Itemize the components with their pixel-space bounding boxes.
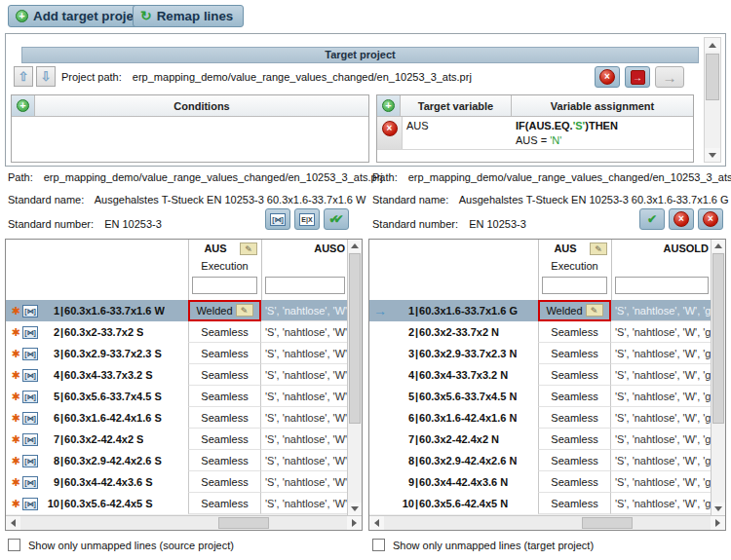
execution-cell[interactable]: Seamless — [188, 471, 261, 493]
table-row[interactable]: 3|60.3x2.9-33.7x2.3 N Seamless 'S', 'nah… — [369, 343, 711, 364]
execution-value: Seamless — [551, 412, 597, 424]
eix-view-button[interactable]: E|X — [294, 208, 320, 230]
remap-lines-button[interactable]: ↻ Remap lines — [133, 5, 244, 27]
show-unmapped-target-checkbox[interactable] — [372, 539, 385, 551]
target-path-value: erp_mapping_demo/value_range_values_chan… — [408, 171, 731, 183]
execution-cell-highlighted[interactable]: Welded✎ — [538, 300, 611, 321]
table-row[interactable]: ✱[⋈]8|60.3x2.9-42.4x2.6 S Seamless 'S', … — [6, 450, 347, 471]
execution-cell[interactable]: Seamless — [538, 407, 611, 429]
show-unmapped-source-checkbox[interactable] — [8, 539, 20, 551]
scroll-up-button[interactable] — [348, 240, 362, 252]
execution-cell[interactable]: Seamless — [188, 493, 261, 514]
source-checkbox-line: Show only unmapped lines (source project… — [8, 539, 234, 551]
execution-cell[interactable]: Seamless — [188, 450, 261, 471]
pencil-icon[interactable]: ✎ — [590, 243, 607, 255]
execution-cell[interactable]: Seamless — [188, 343, 261, 364]
table-row[interactable]: ✱[⋈]9|60.3x4-42.4x3.6 S Seamless 'S', 'n… — [6, 471, 347, 493]
table-row[interactable]: →1|60.3x1.6-33.7x1.6 G Welded✎ 'S', 'nah… — [369, 300, 711, 321]
column-header-aus[interactable]: AUS — [191, 243, 240, 256]
row-number: 8 — [399, 455, 414, 467]
aus-filter-input[interactable] — [192, 277, 257, 294]
execution-cell[interactable]: Seamless — [538, 343, 611, 364]
table-row[interactable]: ✱[⋈]3|60.3x2.9-33.7x2.3 S Seamless 'S', … — [6, 343, 347, 364]
column-header-aus[interactable]: AUS — [541, 243, 590, 256]
panel-vertical-scrollbar[interactable] — [704, 37, 721, 163]
row-name: 60.3x2-33.7x2 S — [64, 326, 143, 338]
source-vertical-scrollbar[interactable] — [347, 240, 362, 515]
add-assignment-button[interactable]: + — [377, 95, 401, 116]
accept-mapping-button[interactable]: ✔ — [639, 208, 665, 230]
table-row[interactable]: ✱[⋈]4|60.3x4-33.7x3.2 S Seamless 'S', 'n… — [6, 364, 347, 386]
aus-filter-input[interactable] — [542, 277, 607, 294]
scroll-up-button[interactable] — [705, 38, 720, 52]
scrollbar-thumb[interactable] — [712, 253, 724, 424]
pencil-icon[interactable]: ✎ — [240, 243, 257, 255]
scroll-down-button[interactable] — [705, 148, 720, 162]
panel-title: Target project — [21, 47, 699, 63]
move-up-button[interactable]: ⇧ — [14, 66, 33, 87]
project-path-line: Project path: erp_mapping_demo/value_ran… — [61, 69, 472, 85]
execution-cell[interactable]: Seamless — [188, 386, 261, 407]
table-row[interactable]: 8|60.3x2.9-42.4x2.6 N Seamless 'S', 'nah… — [369, 450, 711, 471]
table-row[interactable]: 10|60.3x5.6-42.4x5 N Seamless 'S', 'naht… — [369, 493, 711, 514]
accept-all-button[interactable]: ✔✔ — [324, 208, 349, 230]
table-row[interactable]: 9|60.3x4-42.4x3.6 N Seamless 'S', 'nahtl… — [369, 471, 711, 493]
delete-assignment-button[interactable]: × — [377, 117, 403, 149]
source-horizontal-scrollbar[interactable] — [6, 515, 362, 530]
reject-mapping-button[interactable]: × — [669, 208, 694, 230]
scrollbar-thumb[interactable] — [218, 517, 269, 529]
ausold-filter-input[interactable] — [615, 277, 709, 294]
execution-cell[interactable]: Seamless — [538, 471, 611, 493]
scroll-down-button[interactable] — [348, 503, 362, 515]
target-vertical-scrollbar[interactable] — [711, 240, 725, 515]
table-row[interactable]: ✱[⋈]1|60.3x1.6-33.7x1.6 W Welded✎ 'S', '… — [6, 300, 347, 321]
move-down-button[interactable]: ⇩ — [36, 66, 56, 87]
scroll-left-button[interactable] — [369, 516, 384, 530]
scroll-right-button[interactable] — [347, 516, 362, 530]
column-header-ausold[interactable]: AUSOLD — [611, 243, 709, 256]
scroll-down-button[interactable] — [712, 503, 725, 515]
table-row[interactable]: ✱[⋈]2|60.3x2-33.7x2 S Seamless 'S', 'nah… — [6, 321, 347, 343]
table-row[interactable]: ✱[⋈]10|60.3x5.6-42.4x5 S Seamless 'S', '… — [6, 493, 347, 514]
assignment-row[interactable]: × AUS IF(AUS.EQ.'S')THEN AUS = 'N' — [377, 117, 693, 150]
reject-accept-button[interactable]: × — [698, 208, 723, 230]
pencil-icon[interactable]: ✎ — [236, 304, 253, 317]
execution-cell[interactable]: Seamless — [188, 321, 261, 343]
delete-target-project-button[interactable]: × — [595, 66, 620, 88]
scrollbar-thumb[interactable] — [706, 54, 719, 100]
execution-cell[interactable]: Seamless — [538, 386, 611, 407]
table-row[interactable]: ✱[⋈]6|60.3x1.6-42.4x1.6 S Seamless 'S', … — [6, 407, 347, 429]
execution-cell[interactable]: Seamless — [538, 321, 611, 343]
triangle-left-icon — [11, 519, 16, 527]
scrollbar-thumb[interactable] — [582, 517, 633, 529]
scroll-left-button[interactable] — [6, 516, 20, 530]
execution-cell[interactable]: Seamless — [188, 429, 261, 450]
table-row[interactable]: 4|60.3x4-33.7x3.2 N Seamless 'S', 'nahtl… — [369, 364, 711, 386]
execution-cell-highlighted[interactable]: Welded✎ — [188, 300, 261, 321]
mapped-view-button[interactable]: [⋈] — [265, 208, 290, 230]
execution-cell[interactable]: Seamless — [538, 450, 611, 471]
scrollbar-thumb[interactable] — [349, 253, 361, 424]
scroll-right-button[interactable] — [711, 516, 725, 530]
forward-button-disabled[interactable]: → — [655, 66, 684, 88]
row-name: 60.3x4-33.7x3.2 N — [419, 369, 508, 381]
pencil-icon[interactable]: ✎ — [586, 304, 603, 317]
table-row[interactable]: 6|60.3x1.6-42.4x1.6 N Seamless 'S', 'nah… — [369, 407, 711, 429]
execution-cell[interactable]: Seamless — [538, 429, 611, 450]
table-row[interactable]: 2|60.3x2-33.7x2 N Seamless 'S', 'nahtlos… — [369, 321, 711, 343]
table-row[interactable]: 5|60.3x5.6-33.7x4.5 N Seamless 'S', 'nah… — [369, 386, 711, 407]
target-grid-header: AUS ✎ Execution AUSOLD — [369, 240, 711, 300]
execution-cell[interactable]: Seamless — [188, 364, 261, 386]
table-row[interactable]: 7|60.3x2-42.4x2 N Seamless 'S', 'nahtlos… — [369, 429, 711, 450]
table-row[interactable]: ✱[⋈]7|60.3x2-42.4x2 S Seamless 'S', 'nah… — [6, 429, 347, 450]
column-header-ausold[interactable]: AUSO — [261, 243, 345, 256]
scroll-up-button[interactable] — [712, 240, 725, 252]
execution-cell[interactable]: Seamless — [188, 407, 261, 429]
ausold-filter-input[interactable] — [265, 277, 345, 294]
execution-cell[interactable]: Seamless — [538, 493, 611, 514]
target-horizontal-scrollbar[interactable] — [369, 515, 725, 530]
open-project-button[interactable]: → — [625, 66, 650, 88]
add-condition-button[interactable]: + — [12, 95, 35, 116]
table-row[interactable]: ✱[⋈]5|60.3x5.6-33.7x4.5 S Seamless 'S', … — [6, 386, 347, 407]
execution-cell[interactable]: Seamless — [538, 364, 611, 386]
